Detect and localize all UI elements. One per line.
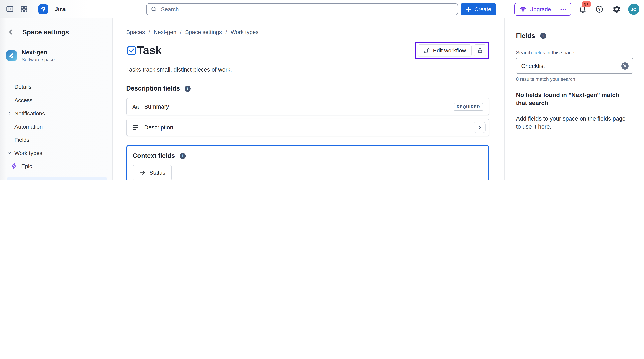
upgrade-more-button[interactable]: ••• <box>556 3 571 15</box>
svg-text:?: ? <box>598 7 600 12</box>
sidebar-item-access[interactable]: Access <box>0 93 112 106</box>
sidebar-item-task-selected[interactable]: Task <box>7 177 107 180</box>
unlock-icon <box>477 47 484 54</box>
info-icon[interactable]: i <box>185 86 191 92</box>
no-fields-title: No fields found in "Next-gen" match that… <box>516 91 627 107</box>
page-subtitle: Tasks track small, distinct pieces of wo… <box>126 66 489 73</box>
sidebar-item-details[interactable]: Details <box>0 80 112 93</box>
close-icon <box>623 64 626 68</box>
fields-panel: Fields i Search fields in this space 0 r… <box>504 18 644 180</box>
field-search-box <box>516 58 633 74</box>
breadcrumb-work-types: Work types <box>230 29 259 35</box>
project-name: Next-gen <box>22 49 55 56</box>
divider <box>7 174 107 175</box>
plus-icon <box>466 6 472 12</box>
description-fields-heading: Description fields <box>126 85 180 92</box>
task-type-icon <box>126 45 137 56</box>
field-row-description[interactable]: Description <box>126 118 489 136</box>
project-header: Next-gen Software space <box>0 37 112 62</box>
field-search-input[interactable] <box>520 62 618 70</box>
global-search[interactable] <box>146 3 458 15</box>
edit-workflow-button[interactable]: Edit workflow <box>418 44 472 56</box>
expand-row-button[interactable] <box>474 122 486 133</box>
info-icon[interactable]: i <box>180 153 186 159</box>
top-bar-right: Upgrade ••• 9+ ? <box>514 0 639 18</box>
search-input[interactable] <box>160 6 454 13</box>
status-button[interactable]: Status <box>132 165 172 180</box>
panel-collapse-icon <box>6 5 14 13</box>
description-fields-header: Description fields i <box>126 85 489 92</box>
search-icon <box>150 6 157 12</box>
sidebar-title: Space settings <box>22 28 69 36</box>
status-button-label: Status <box>149 170 165 176</box>
notifications-button[interactable]: 9+ <box>577 4 588 14</box>
create-button[interactable]: Create <box>461 3 496 15</box>
sidebar-item-notifications[interactable]: Notifications <box>0 106 112 120</box>
info-icon[interactable]: i <box>540 33 546 39</box>
chevron-right-icon <box>477 125 482 130</box>
jira-space-settings-page: Jira Create Upgrade <box>0 0 644 180</box>
app-grid-icon <box>20 6 28 12</box>
project-meta: Next-gen Software space <box>22 49 55 62</box>
arrow-right-icon <box>139 169 146 176</box>
sidebar-header: Space settings <box>0 23 112 37</box>
unlock-button[interactable] <box>474 44 486 56</box>
chevron-right-icon <box>7 110 12 116</box>
sidebar-item-fields[interactable]: Fields <box>0 133 112 146</box>
top-bar: Jira Create Upgrade <box>0 0 644 18</box>
create-button-label: Create <box>474 6 491 12</box>
gear-icon <box>612 5 621 14</box>
sidebar-nav: Details Access Notifications Automation … <box>0 80 112 180</box>
user-avatar[interactable]: JC <box>628 4 639 15</box>
project-icon <box>6 50 17 61</box>
app-switcher-button[interactable] <box>18 4 30 14</box>
breadcrumb-next-gen[interactable]: Next-gen <box>154 29 176 35</box>
context-fields-heading: Context fields <box>132 152 175 160</box>
back-button[interactable] <box>7 27 17 37</box>
fields-panel-heading: Fields <box>516 32 535 40</box>
chevron-down-icon <box>7 150 12 155</box>
settings-button[interactable] <box>611 4 622 15</box>
breadcrumb-space-settings[interactable]: Space settings <box>185 29 222 35</box>
workflow-icon <box>423 47 430 54</box>
field-search-label: Search fields in this space <box>516 50 633 56</box>
app-title: Jira <box>54 6 66 12</box>
page-header: Task Edit workflow <box>126 42 489 59</box>
field-label: Description <box>144 124 173 130</box>
help-icon: ? <box>595 5 604 14</box>
upgrade-split-button: Upgrade ••• <box>514 3 571 16</box>
breadcrumb-spaces[interactable]: Spaces <box>126 29 145 35</box>
field-row-summary[interactable]: Aa Summary REQUIRED <box>126 98 489 115</box>
text-field-icon: Aa <box>130 104 140 110</box>
fields-panel-header: Fields i <box>516 32 633 40</box>
context-fields-annotation-box: Context fields i Status Checklist Text <box>126 145 489 180</box>
back-arrow-icon <box>8 28 16 36</box>
sidebar-item-work-types[interactable]: Work types <box>0 146 112 160</box>
page-title: Task <box>137 44 162 57</box>
help-button[interactable]: ? <box>594 4 605 15</box>
notifications-badge: 9+ <box>582 1 591 7</box>
breadcrumb: Spaces / Next-gen / Space settings / Wor… <box>126 29 489 35</box>
page-body: Space settings Next-gen Software space D… <box>0 18 644 180</box>
upgrade-button[interactable]: Upgrade <box>515 3 556 15</box>
project-type: Software space <box>22 57 55 62</box>
required-badge: REQUIRED <box>454 103 483 110</box>
sidebar-item-automation[interactable]: Automation <box>0 120 112 133</box>
paragraph-icon <box>130 124 140 131</box>
sidebar-item-epic[interactable]: Epic <box>0 160 112 172</box>
no-fields-body: Add fields to your space on the fields p… <box>516 114 630 131</box>
upgrade-button-label: Upgrade <box>529 6 551 12</box>
main-content: Spaces / Next-gen / Space settings / Wor… <box>112 18 504 180</box>
epic-icon <box>10 162 18 170</box>
sidebar-collapse-button[interactable] <box>4 4 15 14</box>
avatar-initials: JC <box>631 7 636 12</box>
top-bar-left: Jira <box>4 4 66 14</box>
edit-workflow-label: Edit workflow <box>433 47 466 54</box>
search-results-count: 0 results match your search <box>516 76 633 82</box>
gem-icon <box>520 6 526 12</box>
jira-logo <box>38 4 48 14</box>
ellipsis-icon: ••• <box>560 7 567 12</box>
clear-search-button[interactable] <box>621 62 628 70</box>
sidebar: Space settings Next-gen Software space D… <box>0 18 112 180</box>
edit-workflow-annotation-box: Edit workflow <box>414 42 489 59</box>
